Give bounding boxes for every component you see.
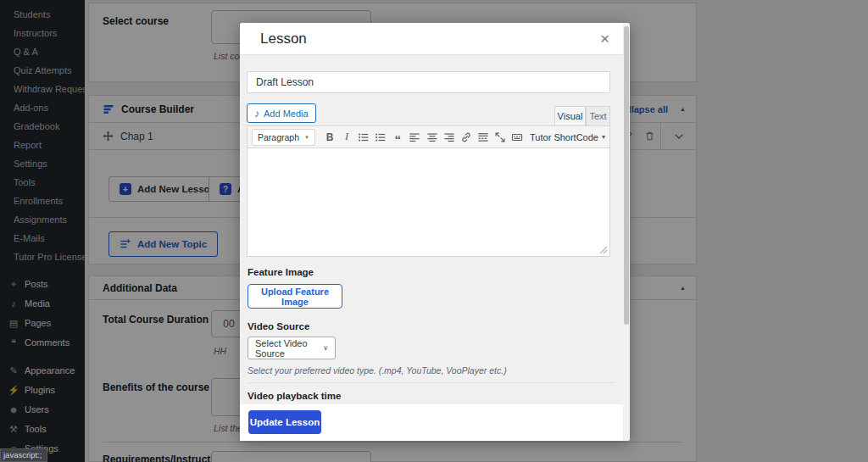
numbered-list-button[interactable] bbox=[373, 129, 388, 146]
bold-button[interactable]: B bbox=[322, 129, 337, 146]
modal-header: Lesson × bbox=[240, 23, 623, 55]
add-media-label: Add Media bbox=[264, 109, 309, 119]
paragraph-format-select[interactable]: Paragraph ▼ bbox=[252, 129, 315, 146]
bulleted-list-icon bbox=[358, 131, 370, 143]
media-note-icon: ♪ bbox=[254, 108, 259, 120]
divider bbox=[248, 382, 615, 383]
fullscreen-icon bbox=[494, 131, 506, 143]
caret-down-icon: ▾ bbox=[602, 133, 605, 141]
modal-footer: Update Lesson bbox=[240, 404, 623, 441]
add-media-button[interactable]: ♪ Add Media bbox=[247, 103, 316, 123]
tutor-shortcode-dropdown[interactable]: Tutor ShortCode ▾ bbox=[530, 132, 605, 142]
read-more-icon bbox=[477, 131, 489, 143]
video-source-select[interactable]: Select Video Source ∨ bbox=[248, 337, 336, 359]
video-source-label: Video Source bbox=[248, 321, 309, 331]
chevron-down-icon: ∨ bbox=[323, 344, 328, 352]
bulleted-list-button[interactable] bbox=[356, 129, 371, 146]
tab-visual[interactable]: Visual bbox=[554, 106, 586, 125]
editor-content-area[interactable] bbox=[247, 148, 610, 257]
align-right-icon bbox=[443, 131, 455, 143]
upload-feature-image-button[interactable]: Upload Feature Image bbox=[248, 284, 342, 309]
fullscreen-button[interactable] bbox=[492, 129, 508, 146]
video-playback-time-label: Video playback time bbox=[248, 391, 341, 401]
caret-down-icon: ▼ bbox=[304, 135, 309, 140]
align-right-button[interactable] bbox=[442, 129, 457, 146]
insert-link-button[interactable] bbox=[459, 129, 474, 146]
align-left-button[interactable] bbox=[407, 129, 422, 146]
video-source-helper: Select your preferred video type. (.mp4,… bbox=[248, 365, 507, 376]
video-source-value: Select Video Source bbox=[255, 338, 318, 359]
close-icon[interactable]: × bbox=[600, 31, 609, 47]
resize-handle-icon[interactable] bbox=[599, 246, 608, 254]
tutor-shortcode-label: Tutor ShortCode bbox=[530, 132, 598, 142]
numbered-list-icon bbox=[375, 131, 387, 143]
align-left-icon bbox=[409, 131, 420, 143]
lesson-modal: Lesson × ♪ Add Media Visual Text Paragra… bbox=[240, 23, 630, 441]
align-center-icon bbox=[426, 131, 438, 143]
link-icon bbox=[460, 131, 472, 143]
paragraph-format-value: Paragraph bbox=[258, 132, 299, 142]
toolbar-toggle-button[interactable] bbox=[509, 129, 525, 146]
browser-status-tooltip: javascript:; bbox=[0, 448, 47, 462]
modal-scrollbar[interactable] bbox=[623, 23, 630, 441]
keyboard-icon bbox=[511, 131, 523, 143]
modal-title: Lesson bbox=[260, 31, 307, 47]
italic-button[interactable]: I bbox=[339, 129, 354, 146]
read-more-button[interactable] bbox=[476, 129, 491, 146]
blockquote-button[interactable]: “ bbox=[390, 129, 405, 146]
feature-image-label: Feature Image bbox=[248, 267, 314, 277]
editor-toolbar: Paragraph ▼ B I “ bbox=[247, 125, 610, 148]
tab-text[interactable]: Text bbox=[586, 106, 610, 125]
lesson-editor: ♪ Add Media Visual Text Paragraph ▼ B I bbox=[247, 102, 610, 280]
align-center-button[interactable] bbox=[425, 129, 440, 146]
lesson-title-input[interactable] bbox=[247, 71, 610, 93]
scrollbar-thumb[interactable] bbox=[624, 26, 629, 325]
update-lesson-button[interactable]: Update Lesson bbox=[248, 410, 321, 434]
